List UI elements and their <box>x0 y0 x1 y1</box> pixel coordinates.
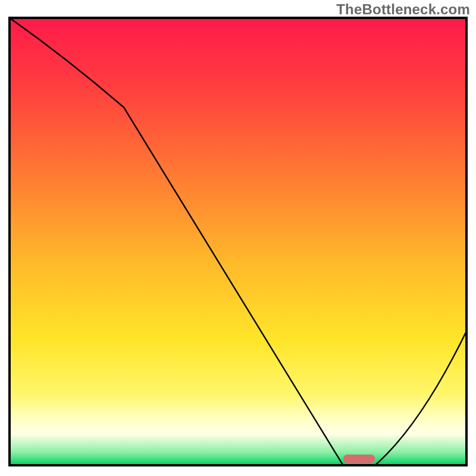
gradient-background <box>10 18 466 465</box>
chart-container: TheBottleneck.com <box>0 0 476 476</box>
optimum-band-marker <box>343 455 375 463</box>
plot-area <box>10 18 466 465</box>
watermark-text: TheBottleneck.com <box>336 1 470 18</box>
bottleneck-chart <box>0 0 476 476</box>
